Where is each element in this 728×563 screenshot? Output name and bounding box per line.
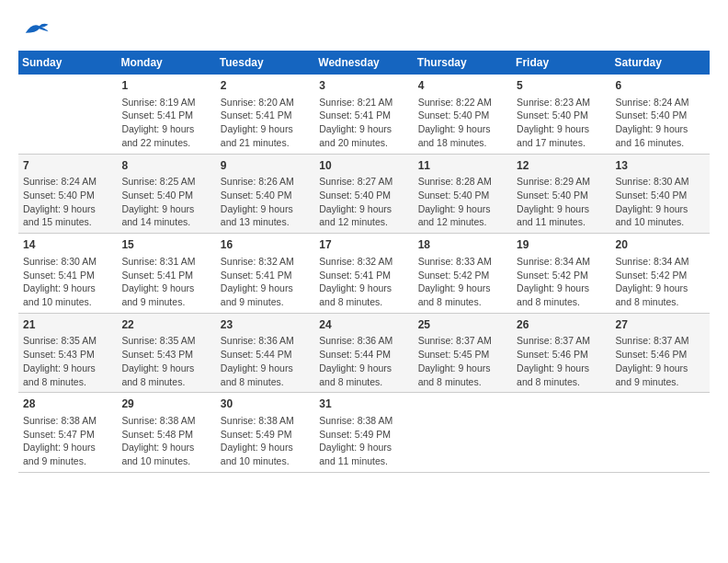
- day-number: 16: [221, 237, 310, 253]
- logo-bird-icon: [22, 18, 50, 37]
- day-number: 22: [121, 317, 210, 333]
- calendar-cell: 14Sunrise: 8:30 AM Sunset: 5:41 PM Dayli…: [18, 234, 117, 314]
- day-info: Sunrise: 8:22 AM Sunset: 5:40 PM Dayligh…: [418, 96, 507, 150]
- day-info: Sunrise: 8:30 AM Sunset: 5:40 PM Dayligh…: [616, 175, 705, 229]
- calendar-cell: 10Sunrise: 8:27 AM Sunset: 5:40 PM Dayli…: [314, 154, 413, 234]
- calendar-cell: 27Sunrise: 8:37 AM Sunset: 5:46 PM Dayli…: [611, 313, 710, 393]
- day-info: Sunrise: 8:35 AM Sunset: 5:43 PM Dayligh…: [23, 334, 112, 388]
- calendar-cell: 20Sunrise: 8:34 AM Sunset: 5:42 PM Dayli…: [611, 234, 710, 314]
- day-info: Sunrise: 8:38 AM Sunset: 5:47 PM Dayligh…: [23, 414, 112, 468]
- day-info: Sunrise: 8:28 AM Sunset: 5:40 PM Dayligh…: [418, 175, 507, 229]
- day-number: 27: [616, 317, 705, 333]
- calendar-table: SundayMondayTuesdayWednesdayThursdayFrid…: [18, 51, 710, 473]
- day-number: 18: [418, 237, 507, 253]
- calendar-cell: 1Sunrise: 8:19 AM Sunset: 5:41 PM Daylig…: [117, 75, 215, 154]
- calendar-week-4: 21Sunrise: 8:35 AM Sunset: 5:43 PM Dayli…: [18, 313, 710, 393]
- day-number: 11: [418, 158, 507, 174]
- calendar-cell: 29Sunrise: 8:38 AM Sunset: 5:48 PM Dayli…: [117, 393, 215, 473]
- calendar-cell: [611, 393, 710, 473]
- day-info: Sunrise: 8:27 AM Sunset: 5:40 PM Dayligh…: [319, 175, 408, 229]
- calendar-cell: 5Sunrise: 8:23 AM Sunset: 5:40 PM Daylig…: [512, 75, 610, 154]
- day-number: 5: [517, 78, 606, 94]
- day-info: Sunrise: 8:35 AM Sunset: 5:43 PM Dayligh…: [121, 334, 210, 388]
- day-number: 23: [221, 317, 310, 333]
- weekday-header-row: SundayMondayTuesdayWednesdayThursdayFrid…: [18, 51, 710, 75]
- calendar-cell: 22Sunrise: 8:35 AM Sunset: 5:43 PM Dayli…: [117, 313, 215, 393]
- day-number: 7: [23, 158, 112, 174]
- day-info: Sunrise: 8:37 AM Sunset: 5:46 PM Dayligh…: [517, 334, 606, 388]
- day-number: 15: [121, 237, 210, 253]
- day-info: Sunrise: 8:38 AM Sunset: 5:48 PM Dayligh…: [121, 414, 210, 468]
- day-info: Sunrise: 8:36 AM Sunset: 5:44 PM Dayligh…: [221, 334, 310, 388]
- calendar-cell: 23Sunrise: 8:36 AM Sunset: 5:44 PM Dayli…: [216, 313, 314, 393]
- calendar-cell: 12Sunrise: 8:29 AM Sunset: 5:40 PM Dayli…: [512, 154, 610, 234]
- calendar-cell: 11Sunrise: 8:28 AM Sunset: 5:40 PM Dayli…: [414, 154, 512, 234]
- day-number: 9: [221, 158, 310, 174]
- day-number: 26: [517, 317, 606, 333]
- day-info: Sunrise: 8:32 AM Sunset: 5:41 PM Dayligh…: [221, 255, 310, 309]
- day-number: 6: [616, 78, 705, 94]
- day-number: 13: [616, 158, 705, 174]
- calendar-cell: 9Sunrise: 8:26 AM Sunset: 5:40 PM Daylig…: [216, 154, 314, 234]
- day-info: Sunrise: 8:24 AM Sunset: 5:40 PM Dayligh…: [23, 175, 112, 229]
- calendar-cell: 21Sunrise: 8:35 AM Sunset: 5:43 PM Dayli…: [18, 313, 117, 393]
- day-number: 28: [23, 396, 112, 412]
- calendar-cell: 15Sunrise: 8:31 AM Sunset: 5:41 PM Dayli…: [117, 234, 215, 314]
- weekday-header-wednesday: Wednesday: [314, 51, 413, 75]
- calendar-cell: 7Sunrise: 8:24 AM Sunset: 5:40 PM Daylig…: [18, 154, 117, 234]
- calendar-cell: 28Sunrise: 8:38 AM Sunset: 5:47 PM Dayli…: [18, 393, 117, 473]
- day-number: 12: [517, 158, 606, 174]
- calendar-cell: 25Sunrise: 8:37 AM Sunset: 5:45 PM Dayli…: [414, 313, 512, 393]
- day-number: 2: [221, 78, 310, 94]
- day-number: 31: [319, 396, 408, 412]
- day-info: Sunrise: 8:19 AM Sunset: 5:41 PM Dayligh…: [121, 96, 210, 150]
- day-info: Sunrise: 8:34 AM Sunset: 5:42 PM Dayligh…: [517, 255, 606, 309]
- weekday-header-monday: Monday: [117, 51, 215, 75]
- calendar-cell: 8Sunrise: 8:25 AM Sunset: 5:40 PM Daylig…: [117, 154, 215, 234]
- calendar-cell: 18Sunrise: 8:33 AM Sunset: 5:42 PM Dayli…: [414, 234, 512, 314]
- day-number: 30: [221, 396, 310, 412]
- day-info: Sunrise: 8:29 AM Sunset: 5:40 PM Dayligh…: [517, 175, 606, 229]
- weekday-header-saturday: Saturday: [611, 51, 710, 75]
- day-info: Sunrise: 8:36 AM Sunset: 5:44 PM Dayligh…: [319, 334, 408, 388]
- day-number: 21: [23, 317, 112, 333]
- day-number: 17: [319, 237, 408, 253]
- day-info: Sunrise: 8:23 AM Sunset: 5:40 PM Dayligh…: [517, 96, 606, 150]
- calendar-cell: 26Sunrise: 8:37 AM Sunset: 5:46 PM Dayli…: [512, 313, 610, 393]
- calendar-cell: 2Sunrise: 8:20 AM Sunset: 5:41 PM Daylig…: [216, 75, 314, 154]
- day-number: 29: [121, 396, 210, 412]
- day-info: Sunrise: 8:32 AM Sunset: 5:41 PM Dayligh…: [319, 255, 408, 309]
- calendar-cell: 6Sunrise: 8:24 AM Sunset: 5:40 PM Daylig…: [611, 75, 710, 154]
- day-info: Sunrise: 8:37 AM Sunset: 5:45 PM Dayligh…: [418, 334, 507, 388]
- day-info: Sunrise: 8:21 AM Sunset: 5:41 PM Dayligh…: [319, 96, 408, 150]
- calendar-cell: 13Sunrise: 8:30 AM Sunset: 5:40 PM Dayli…: [611, 154, 710, 234]
- calendar-cell: [18, 75, 117, 154]
- calendar-cell: 17Sunrise: 8:32 AM Sunset: 5:41 PM Dayli…: [314, 234, 413, 314]
- calendar-week-2: 7Sunrise: 8:24 AM Sunset: 5:40 PM Daylig…: [18, 154, 710, 234]
- day-number: 14: [23, 237, 112, 253]
- day-info: Sunrise: 8:38 AM Sunset: 5:49 PM Dayligh…: [319, 414, 408, 468]
- calendar-week-1: 1Sunrise: 8:19 AM Sunset: 5:41 PM Daylig…: [18, 75, 710, 154]
- day-info: Sunrise: 8:38 AM Sunset: 5:49 PM Dayligh…: [221, 414, 310, 468]
- day-info: Sunrise: 8:33 AM Sunset: 5:42 PM Dayligh…: [418, 255, 507, 309]
- weekday-header-tuesday: Tuesday: [216, 51, 314, 75]
- calendar-cell: 4Sunrise: 8:22 AM Sunset: 5:40 PM Daylig…: [414, 75, 512, 154]
- day-info: Sunrise: 8:20 AM Sunset: 5:41 PM Dayligh…: [221, 96, 310, 150]
- day-info: Sunrise: 8:31 AM Sunset: 5:41 PM Dayligh…: [121, 255, 210, 309]
- day-number: 3: [319, 78, 408, 94]
- day-info: Sunrise: 8:37 AM Sunset: 5:46 PM Dayligh…: [616, 334, 705, 388]
- day-number: 8: [121, 158, 210, 174]
- calendar-cell: [512, 393, 610, 473]
- day-info: Sunrise: 8:25 AM Sunset: 5:40 PM Dayligh…: [121, 175, 210, 229]
- calendar-cell: 31Sunrise: 8:38 AM Sunset: 5:49 PM Dayli…: [314, 393, 413, 473]
- weekday-header-sunday: Sunday: [18, 51, 117, 75]
- calendar-cell: 16Sunrise: 8:32 AM Sunset: 5:41 PM Dayli…: [216, 234, 314, 314]
- logo: [18, 18, 50, 41]
- day-number: 4: [418, 78, 507, 94]
- calendar-week-5: 28Sunrise: 8:38 AM Sunset: 5:47 PM Dayli…: [18, 393, 710, 473]
- day-number: 10: [319, 158, 408, 174]
- day-number: 25: [418, 317, 507, 333]
- day-info: Sunrise: 8:30 AM Sunset: 5:41 PM Dayligh…: [23, 255, 112, 309]
- day-number: 20: [616, 237, 705, 253]
- calendar-cell: 19Sunrise: 8:34 AM Sunset: 5:42 PM Dayli…: [512, 234, 610, 314]
